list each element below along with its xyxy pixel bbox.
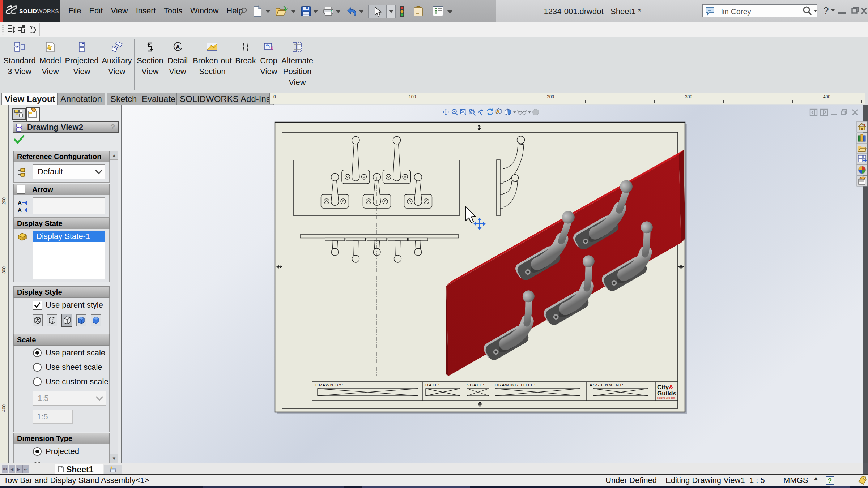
svg-text:A: A — [176, 44, 180, 50]
svg-text:A: A — [18, 200, 22, 206]
svg-text:A: A — [18, 207, 22, 213]
svg-text:?: ? — [828, 477, 832, 484]
svg-text:Guilds: Guilds — [657, 390, 676, 397]
svg-text:DATE:: DATE: — [425, 383, 440, 387]
svg-text:believe you can: believe you can — [657, 397, 675, 399]
svg-text:ASSIGNMENT:: ASSIGNMENT: — [590, 383, 624, 387]
svg-text:SOLIDWORKS: SOLIDWORKS — [19, 8, 59, 14]
svg-text:DRAWING TITLE:: DRAWING TITLE: — [495, 383, 536, 387]
svg-text:DRAWN BY:: DRAWN BY: — [315, 383, 344, 387]
svg-text:SCALE:: SCALE: — [467, 383, 485, 387]
